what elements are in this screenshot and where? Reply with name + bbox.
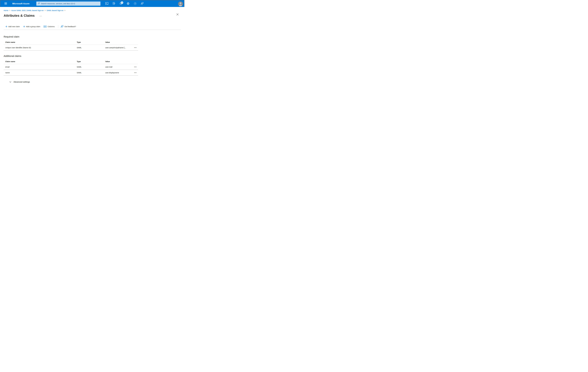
page-title: Attributes & Claims <box>4 14 35 18</box>
directory-filter-button[interactable] <box>111 0 116 7</box>
value-cell: user.displayname <box>104 70 134 75</box>
close-blade-button[interactable] <box>176 13 179 16</box>
advanced-settings-label: Advanced settings <box>13 81 30 83</box>
row-menu-cell: ••• <box>134 70 138 75</box>
feedback-person-icon <box>141 2 144 5</box>
column-header-value: Value <box>104 38 134 45</box>
section-heading-additional-claims: Additional claims <box>4 55 138 57</box>
column-header-type: Type <box>75 38 104 45</box>
breadcrumb-link-saml-sso[interactable]: Azure SAML SSO | SAML-based Sign-on <box>11 10 44 11</box>
feedback-bubble-icon <box>61 25 63 28</box>
cloud-shell-button[interactable] <box>104 0 109 7</box>
type-cell: SAML <box>75 70 104 75</box>
search-icon <box>38 2 40 5</box>
claim-name-cell: email <box>4 64 75 70</box>
directory-filter-icon <box>113 2 115 5</box>
got-feedback-label: Got feedback? <box>64 26 76 28</box>
add-new-claim-label: Add new claim <box>8 26 20 28</box>
additional-claims-table: Claim nameTypeValue emailSAMLuser.mail••… <box>4 57 138 76</box>
add-group-claim-button[interactable]: Add a group claim <box>23 26 40 28</box>
breadcrumb-separator: > <box>63 9 66 11</box>
table-row: emailSAMLuser.mail••• <box>4 64 138 70</box>
azure-top-bar: Microsoft Azure <box>0 0 184 7</box>
advanced-settings-toggle[interactable]: Advanced settings <box>10 81 30 83</box>
plus-icon <box>6 26 7 27</box>
product-name-link[interactable]: Microsoft Azure <box>12 0 30 7</box>
settings-button[interactable]: ⚙ <box>126 0 131 7</box>
command-bar: Add new claim Add a group claim Columns … <box>4 24 184 29</box>
value-cell: user.userprincipalname [... <box>104 45 134 51</box>
breadcrumb-separator: > <box>44 9 47 11</box>
add-group-claim-label: Add a group claim <box>26 26 40 28</box>
help-icon: ? <box>134 2 136 5</box>
global-search[interactable] <box>36 1 100 6</box>
type-cell: SAML <box>75 45 104 51</box>
hamburger-menu-button[interactable] <box>3 0 8 7</box>
type-cell: SAML <box>75 64 104 70</box>
row-context-menu-button[interactable]: ••• <box>134 47 137 48</box>
claim-name-cell: name <box>4 70 75 75</box>
required-claim-table: Claim nameTypeValue Unique User Identifi… <box>4 38 138 51</box>
breadcrumb-separator: > <box>8 9 11 11</box>
notifications-bell-icon <box>119 2 122 5</box>
column-header-menu <box>134 57 138 64</box>
search-input[interactable] <box>41 3 99 5</box>
toolbar-separator-line <box>4 30 181 30</box>
settings-gear-icon: ⚙ <box>127 2 129 5</box>
row-menu-cell: ••• <box>134 45 138 51</box>
plus-icon <box>23 26 25 27</box>
account-avatar[interactable] <box>178 1 183 6</box>
avatar-icon <box>178 1 183 6</box>
table-row: nameSAMLuser.displayname••• <box>4 70 138 75</box>
value-cell: user.mail <box>104 64 134 70</box>
column-header-claim-name: Claim name <box>4 57 75 64</box>
additional-claims-section: Additional claims Claim nameTypeValue em… <box>4 55 138 76</box>
page-more-menu-button[interactable]: ··· <box>40 15 42 17</box>
notifications-button[interactable] <box>118 0 124 7</box>
table-row: Unique User Identifier (Name ID)SAMLuser… <box>4 45 138 51</box>
columns-label: Columns <box>48 26 54 28</box>
breadcrumb: Home > Azure SAML SSO | SAML-based Sign-… <box>4 10 184 11</box>
chevron-down-icon <box>10 81 11 83</box>
columns-icon <box>44 26 47 27</box>
required-claim-section: Required claim Claim nameTypeValue Uniqu… <box>4 35 138 51</box>
row-context-menu-button[interactable]: ••• <box>134 66 137 68</box>
close-icon <box>176 13 179 16</box>
column-header-menu <box>134 38 138 45</box>
breadcrumb-link-saml-signon[interactable]: SAML-based Sign-on <box>47 10 63 11</box>
breadcrumb-link-home[interactable]: Home <box>4 10 8 11</box>
help-button[interactable]: ? <box>133 0 138 7</box>
add-new-claim-button[interactable]: Add new claim <box>6 26 20 28</box>
feedback-button[interactable] <box>140 0 145 7</box>
column-header-type: Type <box>75 57 104 64</box>
row-menu-cell: ••• <box>134 64 138 70</box>
column-header-value: Value <box>104 57 134 64</box>
claim-name-cell: Unique User Identifier (Name ID) <box>4 45 75 51</box>
section-heading-required-claim: Required claim <box>4 35 138 38</box>
cloud-shell-icon <box>105 2 108 5</box>
column-header-claim-name: Claim name <box>4 38 75 45</box>
columns-button[interactable]: Columns <box>44 26 54 28</box>
hamburger-menu-icon <box>4 2 7 5</box>
row-context-menu-button[interactable]: ••• <box>134 72 137 74</box>
got-feedback-button[interactable]: Got feedback? <box>61 25 76 28</box>
